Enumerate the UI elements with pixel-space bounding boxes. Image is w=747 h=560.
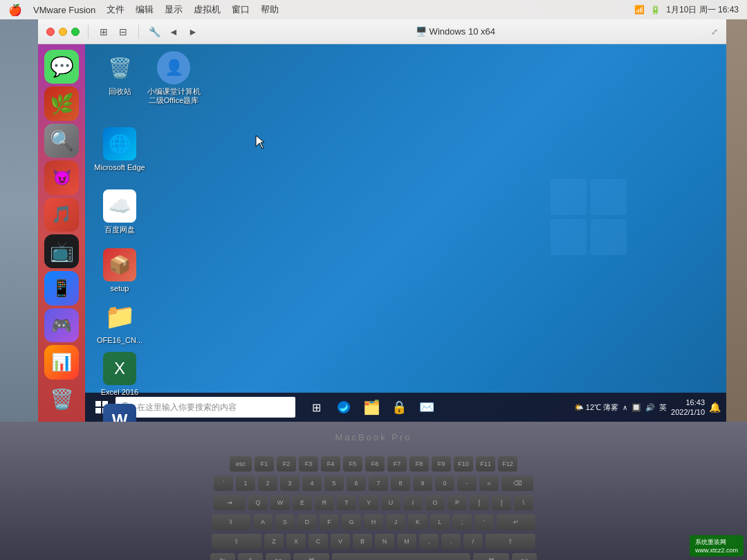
key-f4[interactable]: F4 xyxy=(321,456,340,472)
key-esc[interactable]: esc xyxy=(230,456,252,472)
key-f2[interactable]: F2 xyxy=(277,456,296,472)
key-f11[interactable]: F11 xyxy=(476,456,495,472)
menu-file[interactable]: 文件 xyxy=(107,3,124,16)
key-s[interactable]: S xyxy=(275,514,295,530)
key-f6[interactable]: F6 xyxy=(365,456,385,472)
lang-indicator[interactable]: 英 xyxy=(659,402,667,413)
ofe16-icon[interactable]: 📁 OFE16_CN... xyxy=(92,300,147,345)
key-f10[interactable]: F10 xyxy=(454,456,473,472)
menu-vmware[interactable]: VMware Fusion xyxy=(33,5,95,15)
dock-app4[interactable]: 😈 xyxy=(44,160,79,194)
key-f7[interactable]: F7 xyxy=(387,456,407,472)
key-w[interactable]: W xyxy=(270,495,290,510)
key-semicolon[interactable]: ; xyxy=(452,514,472,530)
forward-icon[interactable]: ► xyxy=(186,25,200,39)
key-l[interactable]: L xyxy=(430,514,450,530)
key-return[interactable]: ↵ xyxy=(497,514,535,530)
key-i[interactable]: I xyxy=(403,495,423,510)
key-lbracket[interactable]: [ xyxy=(470,495,489,510)
back-icon[interactable]: ◄ xyxy=(167,25,181,39)
key-g[interactable]: G xyxy=(342,514,361,530)
key-f[interactable]: F xyxy=(320,514,339,530)
wrench-icon[interactable]: 🔧 xyxy=(147,25,161,39)
key-v[interactable]: V xyxy=(331,534,350,549)
recycle-bin-icon[interactable]: 🗑️ 回收站 xyxy=(92,51,147,96)
fullscreen-icon[interactable]: ⤢ xyxy=(711,27,718,37)
close-button[interactable] xyxy=(46,28,55,36)
dock-spotlight[interactable]: 🔍 xyxy=(44,124,79,158)
key-caps[interactable]: ⇪ xyxy=(212,514,250,530)
key-x[interactable]: X xyxy=(286,534,306,549)
key-0[interactable]: 0 xyxy=(435,476,454,491)
office-tutorial-icon[interactable]: 👤 小编课堂计算机二级Office题库 xyxy=(146,51,201,105)
maximize-button[interactable] xyxy=(71,28,80,36)
key-minus[interactable]: - xyxy=(457,476,477,491)
key-fn[interactable]: fn xyxy=(210,553,235,560)
key-t[interactable]: T xyxy=(337,495,356,510)
apple-icon[interactable]: 🍎 xyxy=(8,3,22,17)
taskbar-task-view[interactable]: ⊞ xyxy=(304,395,329,420)
menu-view[interactable]: 显示 xyxy=(165,3,183,16)
key-p[interactable]: P xyxy=(448,495,467,510)
key-option-left[interactable]: ⌥ xyxy=(266,553,290,560)
baidu-netdisk-icon[interactable]: ☁️ 百度网盘 xyxy=(92,189,147,234)
dock-wechat[interactable]: 💬 xyxy=(44,50,79,84)
key-u[interactable]: U xyxy=(381,495,400,510)
dock-app7[interactable]: 📱 xyxy=(44,271,79,305)
key-f3[interactable]: F3 xyxy=(299,456,318,472)
word-icon[interactable]: W Word 2016 xyxy=(92,404,147,422)
key-q[interactable]: Q xyxy=(248,495,268,510)
key-f1[interactable]: F1 xyxy=(255,456,274,472)
key-shift-left[interactable]: ⇧ xyxy=(212,534,261,549)
key-f12[interactable]: F12 xyxy=(498,456,517,472)
key-3[interactable]: 3 xyxy=(280,476,299,491)
key-comma[interactable]: , xyxy=(419,534,439,549)
key-b[interactable]: B xyxy=(353,534,372,549)
key-slash[interactable]: / xyxy=(463,534,483,549)
key-2[interactable]: 2 xyxy=(258,476,277,491)
key-a[interactable]: A xyxy=(253,514,273,530)
key-z[interactable]: Z xyxy=(264,534,284,549)
key-e[interactable]: E xyxy=(293,495,312,510)
notification-icon[interactable]: 🔔 xyxy=(709,402,721,413)
key-f9[interactable]: F9 xyxy=(432,456,451,472)
key-cmd-left[interactable]: ⌘ xyxy=(293,553,329,560)
key-y[interactable]: Y xyxy=(359,495,378,510)
key-4[interactable]: 4 xyxy=(302,476,322,491)
key-period[interactable]: . xyxy=(441,534,461,549)
up-arrow-icon[interactable]: ∧ xyxy=(622,404,627,411)
wifi-icon[interactable]: 📶 xyxy=(634,5,645,15)
key-7[interactable]: 7 xyxy=(369,476,388,491)
key-backspace[interactable]: ⌫ xyxy=(501,476,533,491)
minimize-button[interactable] xyxy=(59,28,67,36)
key-1[interactable]: 1 xyxy=(236,476,255,491)
battery-icon[interactable]: 🔋 xyxy=(650,5,661,15)
dock-trash[interactable]: 🗑️ xyxy=(44,382,79,416)
key-k[interactable]: K xyxy=(408,514,427,530)
key-tab[interactable]: ⇥ xyxy=(214,495,246,510)
key-equals[interactable]: = xyxy=(479,476,499,491)
settings-icon[interactable]: ⊟ xyxy=(116,25,130,39)
setup-icon[interactable]: 📦 setup xyxy=(92,248,147,293)
key-space[interactable] xyxy=(332,553,470,560)
key-cmd-right[interactable]: ⌘ xyxy=(473,553,509,560)
key-5[interactable]: 5 xyxy=(324,476,344,491)
dock-app9[interactable]: 📊 xyxy=(44,345,79,379)
menu-window[interactable]: 窗口 xyxy=(232,3,250,16)
speaker-icon[interactable]: 🔊 xyxy=(645,403,655,412)
key-rbracket[interactable]: ] xyxy=(492,495,511,510)
key-quote[interactable]: ' xyxy=(474,514,494,530)
edge-icon[interactable]: 🌐 Microsoft Edge xyxy=(92,127,147,172)
dock-tv[interactable]: 📺 xyxy=(44,234,79,268)
key-c[interactable]: C xyxy=(308,534,328,549)
key-backslash[interactable]: \ xyxy=(514,495,533,510)
taskbar-edge[interactable] xyxy=(331,395,356,420)
key-f8[interactable]: F8 xyxy=(409,456,429,472)
key-n[interactable]: N xyxy=(375,534,394,549)
key-o[interactable]: O xyxy=(425,495,445,510)
dock-music[interactable]: 🎵 xyxy=(44,198,79,232)
key-m[interactable]: M xyxy=(397,534,416,549)
excel-icon[interactable]: X Excel 2016 xyxy=(92,352,147,397)
taskbar-store[interactable]: 🔒 xyxy=(387,395,412,420)
view-icon[interactable]: ⊞ xyxy=(97,25,111,39)
